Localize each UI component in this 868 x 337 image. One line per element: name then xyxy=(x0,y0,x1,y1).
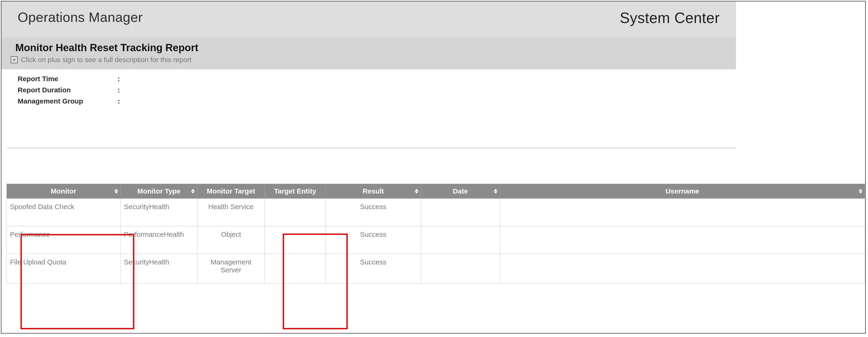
cell-monitor: File Upload Quota xyxy=(7,254,121,283)
report-frame: Operations Manager System Center Monitor… xyxy=(1,1,866,334)
cell-entity xyxy=(265,254,326,283)
col-header-date[interactable]: Date xyxy=(421,184,500,198)
cell-user xyxy=(500,198,865,226)
brand-left-title: Operations Manager xyxy=(18,9,143,25)
report-metadata: Report Time : Report Duration : Manageme… xyxy=(1,69,865,105)
meta-row-time: Report Time : xyxy=(18,75,865,83)
cell-monitor: Spoofed Data Check xyxy=(7,198,121,226)
meta-row-group: Management Group : xyxy=(18,97,865,105)
table-row[interactable]: Spoofed Data Check SecurityHealth Health… xyxy=(7,198,865,226)
col-header-entity[interactable]: Target Entity xyxy=(265,184,326,198)
col-header-target[interactable]: Monitor Target xyxy=(197,184,265,198)
results-table-container: Monitor Monitor Type Monitor Target Targ… xyxy=(6,184,865,283)
col-header-type[interactable]: Monitor Type xyxy=(121,184,197,198)
table-row[interactable]: File Upload Quota SecurityHealth Managem… xyxy=(7,254,865,283)
report-title: Monitor Health Reset Tracking Report xyxy=(16,42,727,54)
brand-right-title: System Center xyxy=(620,9,720,27)
meta-row-duration: Report Duration : xyxy=(18,86,865,94)
col-header-monitor[interactable]: Monitor xyxy=(7,184,121,198)
table-header-row: Monitor Monitor Type Monitor Target Targ… xyxy=(7,184,865,198)
brand-row: Operations Manager System Center xyxy=(1,1,736,38)
col-header-user[interactable]: Username xyxy=(500,184,865,198)
sort-icon[interactable] xyxy=(114,189,118,193)
expand-plus-icon[interactable]: + xyxy=(11,56,18,63)
sort-icon[interactable] xyxy=(494,189,497,193)
cell-date xyxy=(421,198,500,226)
cell-target: Management Server xyxy=(197,254,265,283)
report-title-bar: Monitor Health Reset Tracking Report + C… xyxy=(1,38,736,69)
header-band: Operations Manager System Center Monitor… xyxy=(1,1,736,69)
cell-result: Success xyxy=(326,226,421,254)
cell-type: SecurityHealth xyxy=(121,254,197,283)
results-table: Monitor Monitor Type Monitor Target Targ… xyxy=(6,184,865,283)
cell-user xyxy=(500,254,865,283)
cell-entity xyxy=(265,226,326,254)
sort-icon[interactable] xyxy=(859,189,862,193)
meta-label-duration: Report Duration xyxy=(18,86,118,94)
report-hint-row: + Click on plus sign to see a full descr… xyxy=(11,56,727,64)
section-divider xyxy=(7,147,736,149)
sort-icon[interactable] xyxy=(191,189,195,193)
meta-label-time: Report Time xyxy=(18,75,118,83)
report-hint-text: Click on plus sign to see a full descrip… xyxy=(21,56,191,64)
col-header-result[interactable]: Result xyxy=(326,184,421,198)
cell-result: Success xyxy=(326,254,421,283)
meta-label-group: Management Group xyxy=(18,97,118,105)
cell-result: Success xyxy=(326,198,421,226)
cell-date xyxy=(421,226,500,254)
cell-date xyxy=(421,254,500,283)
cell-target: Object xyxy=(197,226,265,254)
cell-monitor: Performance xyxy=(7,226,121,254)
cell-user xyxy=(500,226,865,254)
cell-type: SecurityHealth xyxy=(121,198,197,226)
cell-type: PerformanceHealth xyxy=(121,226,197,254)
sort-icon[interactable] xyxy=(415,189,418,193)
cell-target: Health Service xyxy=(197,198,265,226)
cell-entity xyxy=(265,198,326,226)
table-row[interactable]: Performance PerformanceHealth Object Suc… xyxy=(7,226,865,254)
